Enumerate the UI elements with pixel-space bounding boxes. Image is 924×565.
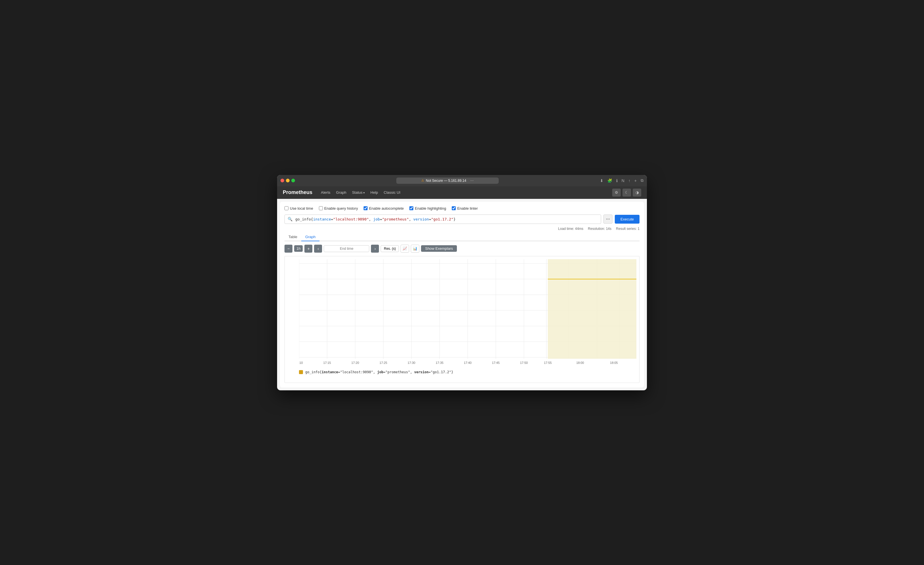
- svg-text:17:25: 17:25: [380, 361, 387, 364]
- tabs-row: Table Graph: [285, 233, 639, 241]
- info-icon[interactable]: ℹ: [616, 178, 618, 183]
- end-time-input[interactable]: [324, 245, 369, 252]
- enable-autocomplete-label: Enable autocomplete: [369, 206, 404, 211]
- next-time-button[interactable]: ›: [371, 245, 379, 253]
- chart-legend: go_info{instance="localhost:9090", job="…: [299, 370, 636, 374]
- enable-linter-label: Enable linter: [457, 206, 478, 211]
- enable-query-history-label: Enable query history: [324, 206, 358, 211]
- enable-autocomplete-option[interactable]: Enable autocomplete: [364, 206, 404, 211]
- graph-controls: − 1h + ‹ › Res. (s) 📈 📊 Show Exemplars: [285, 245, 639, 253]
- legend-text: go_info{instance="localhost:9090", job="…: [305, 370, 453, 374]
- lock-icon: ⚠: [422, 179, 424, 182]
- stats-row: Load time: 44ms Resolution: 14s Result s…: [285, 227, 639, 231]
- query-brace-close: }: [453, 217, 456, 221]
- show-exemplars-button[interactable]: Show Exemplars: [421, 245, 457, 252]
- svg-text:17:15: 17:15: [323, 361, 331, 364]
- contrast-icon[interactable]: ◑: [633, 189, 641, 196]
- nav-alerts[interactable]: Alerts: [321, 190, 330, 195]
- query-key3: version: [413, 217, 429, 221]
- query-comma2: ,: [409, 217, 413, 221]
- address-bar[interactable]: ⚠ Not Secure — 5.161.89.14 ⋯: [396, 177, 499, 184]
- brand-name: Prometheus: [283, 189, 312, 195]
- use-local-time-option[interactable]: Use local time: [285, 206, 313, 211]
- chart-area: 1.20 1.00 0.80 0.60 0.40 0.20 0.00 17:10…: [285, 256, 639, 383]
- query-row: 🔍 go_info{instance="localhost:9090", job…: [285, 214, 639, 224]
- maximize-button[interactable]: [291, 179, 295, 182]
- query-comma1: ,: [369, 217, 373, 221]
- tab-table[interactable]: Table: [285, 233, 301, 241]
- stacked-chart-button[interactable]: 📊: [411, 245, 419, 253]
- share-icon[interactable]: ↑: [628, 178, 630, 183]
- enable-autocomplete-checkbox[interactable]: [364, 206, 368, 210]
- query-key2: job: [373, 217, 380, 221]
- line-chart-button[interactable]: 📈: [400, 245, 409, 253]
- enable-query-history-checkbox[interactable]: [319, 206, 323, 210]
- resolution-stat: Resolution: 14s: [588, 227, 612, 231]
- nav-graph[interactable]: Graph: [336, 190, 346, 195]
- duration-label: 1h: [294, 245, 303, 252]
- download-icon[interactable]: ⬇: [600, 178, 603, 183]
- traffic-lights: [280, 179, 295, 182]
- query-key1: instance: [313, 217, 331, 221]
- query-options-button[interactable]: ⋯: [603, 214, 612, 223]
- svg-text:17:20: 17:20: [351, 361, 359, 364]
- titlebar-actions: ⬇ 🧩 ℹ N ↑ + ⧉: [600, 178, 644, 183]
- nav-classic-ui[interactable]: Classic UI: [384, 190, 400, 195]
- moon-icon[interactable]: ☾: [622, 189, 631, 196]
- minimize-button[interactable]: [286, 179, 290, 182]
- query-val3: "go1.17.2": [431, 217, 453, 221]
- zoom-in-button[interactable]: +: [304, 245, 312, 253]
- options-row: Use local time Enable query history Enab…: [285, 206, 639, 211]
- svg-text:17:30: 17:30: [408, 361, 416, 364]
- svg-text:17:35: 17:35: [436, 361, 444, 364]
- nav-status[interactable]: Status: [352, 190, 365, 195]
- query-val1: "localhost:9090": [333, 217, 369, 221]
- titlebar: ⚠ Not Secure — 5.161.89.14 ⋯ ⬇ 🧩 ℹ N ↑ +…: [277, 175, 647, 186]
- svg-rect-21: [548, 259, 636, 359]
- share-icon: ⋯: [470, 179, 474, 183]
- enable-linter-option[interactable]: Enable linter: [452, 206, 478, 211]
- enable-linter-checkbox[interactable]: [452, 206, 456, 210]
- main-content: Use local time Enable query history Enab…: [280, 202, 644, 388]
- query-display[interactable]: go_info{instance="localhost:9090", job="…: [295, 215, 601, 223]
- navbar: Prometheus Alerts Graph Status Help Clas…: [277, 186, 647, 199]
- query-prefix: go_info: [295, 217, 311, 221]
- tab-graph[interactable]: Graph: [301, 233, 320, 241]
- svg-text:17:45: 17:45: [492, 361, 500, 364]
- result-series-stat: Result series: 1: [616, 227, 639, 231]
- enable-highlighting-label: Enable highlighting: [415, 206, 446, 211]
- query-eq1: =: [331, 217, 333, 221]
- resolution-button[interactable]: Res. (s): [381, 245, 399, 252]
- query-input-wrap[interactable]: 🔍 go_info{instance="localhost:9090", job…: [285, 214, 601, 224]
- enable-highlighting-option[interactable]: Enable highlighting: [410, 206, 446, 211]
- settings-icon[interactable]: ⚙: [612, 189, 621, 196]
- notion-icon[interactable]: N: [622, 178, 624, 183]
- theme-buttons: ⚙ ☾ ◑: [612, 189, 641, 196]
- enable-query-history-option[interactable]: Enable query history: [319, 206, 358, 211]
- new-tab-icon[interactable]: +: [634, 178, 637, 183]
- extensions-icon[interactable]: 🧩: [608, 178, 612, 183]
- window-icon[interactable]: ⧉: [640, 178, 644, 183]
- legend-color-swatch: [299, 370, 303, 374]
- query-val2: "prometheus": [382, 217, 409, 221]
- nav-help[interactable]: Help: [370, 190, 378, 195]
- chart-svg: 1.20 1.00 0.80 0.60 0.40 0.20 0.00 17:10…: [299, 259, 636, 367]
- search-icon: 🔍: [285, 217, 295, 221]
- address-text: Not Secure — 5.161.89.14: [426, 179, 466, 183]
- prev-time-button[interactable]: ‹: [314, 245, 322, 253]
- zoom-out-button[interactable]: −: [285, 245, 292, 253]
- browser-window: ⚠ Not Secure — 5.161.89.14 ⋯ ⬇ 🧩 ℹ N ↑ +…: [277, 175, 647, 390]
- svg-text:17:40: 17:40: [464, 361, 471, 364]
- svg-text:17:50: 17:50: [520, 361, 528, 364]
- svg-text:18:00: 18:00: [576, 361, 584, 364]
- svg-text:17:55: 17:55: [544, 361, 552, 364]
- close-button[interactable]: [280, 179, 284, 182]
- query-brace-open: {: [311, 217, 313, 221]
- use-local-time-label: Use local time: [290, 206, 313, 211]
- svg-text:18:05: 18:05: [610, 361, 618, 364]
- use-local-time-checkbox[interactable]: [285, 206, 288, 210]
- svg-text:17:10: 17:10: [299, 361, 303, 364]
- load-time-stat: Load time: 44ms: [558, 227, 584, 231]
- enable-highlighting-checkbox[interactable]: [410, 206, 413, 210]
- execute-button[interactable]: Execute: [615, 215, 639, 223]
